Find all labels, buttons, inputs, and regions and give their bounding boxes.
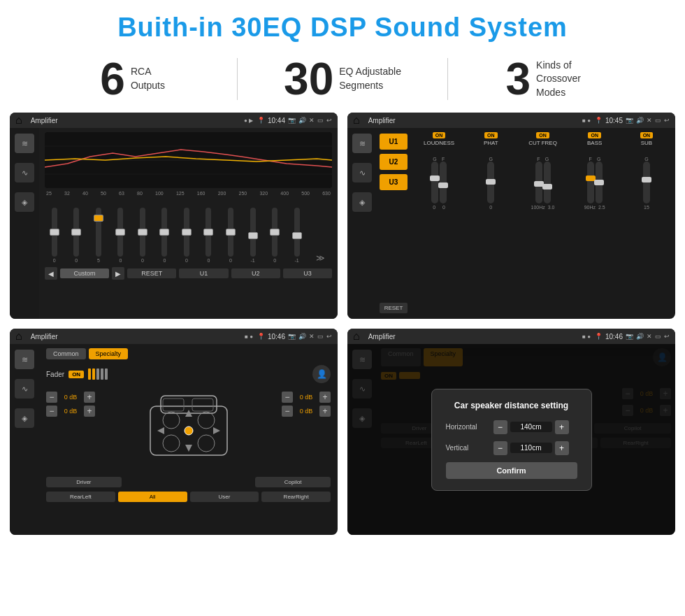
fr-plus-button[interactable]: + bbox=[319, 392, 331, 403]
sidebar-speaker-icon[interactable]: ◈ bbox=[15, 192, 34, 212]
fl-minus-button[interactable]: − bbox=[46, 392, 57, 403]
eq-slider-7: 0 bbox=[184, 208, 189, 263]
rearleft-button[interactable]: RearLeft bbox=[46, 492, 115, 502]
horizontal-minus-button[interactable]: − bbox=[493, 420, 507, 434]
rl-plus-button[interactable]: + bbox=[84, 406, 95, 417]
bass-g-slider[interactable] bbox=[596, 162, 603, 203]
screen4-time: 10:46 bbox=[605, 333, 623, 341]
sidebar-eq-icon-2[interactable]: ≋ bbox=[352, 134, 372, 153]
screen3-sidebar: ≋ ∿ ◈ bbox=[10, 344, 39, 535]
horizontal-plus-button[interactable]: + bbox=[555, 420, 569, 434]
sidebar-speaker-icon-3[interactable]: ◈ bbox=[15, 408, 34, 428]
sidebar-speaker-icon-2[interactable]: ◈ bbox=[352, 192, 372, 212]
eq-track-12[interactable] bbox=[294, 208, 300, 257]
cutfreq-f-slider[interactable] bbox=[535, 162, 542, 203]
close-icon: ✕ bbox=[309, 117, 315, 124]
cutfreq-g-slider[interactable] bbox=[544, 162, 551, 203]
eq-track-10[interactable] bbox=[250, 208, 256, 257]
all-button[interactable]: All bbox=[118, 492, 187, 502]
eq-track-3[interactable] bbox=[96, 208, 101, 257]
fader-on-toggle[interactable]: ON bbox=[68, 371, 84, 378]
rr-plus-button[interactable]: + bbox=[319, 406, 331, 417]
bass-channel: ON BASS F G 90Hz2.5 bbox=[570, 132, 619, 315]
eq-track-11[interactable] bbox=[272, 208, 277, 257]
sidebar-wave-icon-2[interactable]: ∿ bbox=[352, 163, 372, 182]
preset-label: Custom bbox=[60, 268, 109, 278]
confirm-button[interactable]: Confirm bbox=[446, 462, 577, 479]
phat-label: PHAT bbox=[484, 140, 498, 146]
window-icon-2: ▭ bbox=[655, 117, 661, 124]
preset-next-button[interactable]: ▶ bbox=[112, 267, 124, 280]
u2-button[interactable]: U2 bbox=[231, 268, 280, 278]
reset-channel-button[interactable]: RESET bbox=[380, 303, 408, 313]
eq-track-4[interactable] bbox=[117, 208, 123, 257]
eq-track-6[interactable] bbox=[161, 208, 167, 257]
sidebar-eq-icon[interactable]: ≋ bbox=[15, 134, 34, 153]
loudness-g-slider[interactable] bbox=[431, 162, 438, 203]
u3-channel-button[interactable]: U3 bbox=[380, 174, 408, 190]
u2-channel-button[interactable]: U2 bbox=[380, 154, 408, 170]
eq-slider-6: 0 bbox=[161, 208, 167, 263]
preset-prev-button[interactable]: ◀ bbox=[45, 267, 57, 280]
u3-button[interactable]: U3 bbox=[283, 268, 332, 278]
fl-plus-button[interactable]: + bbox=[84, 392, 95, 403]
volume-icon-3: 🔊 bbox=[298, 333, 306, 341]
back-icon-2[interactable]: ↩ bbox=[664, 117, 670, 124]
back-icon[interactable]: ↩ bbox=[326, 117, 332, 124]
rearright-button[interactable]: RearRight bbox=[261, 492, 331, 502]
sidebar-wave-icon[interactable]: ∿ bbox=[15, 163, 34, 182]
eq-track-7[interactable] bbox=[184, 208, 189, 257]
svg-point-9 bbox=[198, 412, 215, 429]
rl-minus-button[interactable]: − bbox=[46, 406, 57, 417]
stat-eq: 30 EQ AdjustableSegments bbox=[238, 57, 447, 101]
u1-channel-button[interactable]: U1 bbox=[380, 134, 408, 150]
tab-common[interactable]: Common bbox=[46, 348, 86, 359]
vertical-minus-button[interactable]: − bbox=[493, 441, 507, 455]
bass-f-slider[interactable] bbox=[587, 162, 594, 203]
eq-slider-3: 5 bbox=[96, 208, 101, 263]
svg-rect-7 bbox=[192, 399, 213, 411]
screen1-body: ≋ ∿ ◈ bbox=[10, 128, 338, 319]
expand-icon[interactable]: ≫ bbox=[316, 253, 325, 263]
screen-specialty: ⌂ Amplifier ■ ● 📍 10:46 📷 🔊 ✕ ▭ ↩ ≋ ∿ ◈ … bbox=[10, 329, 338, 535]
user-button[interactable]: User bbox=[190, 492, 259, 502]
copilot-button[interactable]: Copilot bbox=[255, 477, 331, 487]
left-db-controls: − 0 dB + − 0 dB + bbox=[46, 389, 95, 420]
dialog-title: Car speaker distance setting bbox=[446, 401, 577, 410]
close-icon-2: ✕ bbox=[647, 117, 652, 124]
eq-slider-10: -1 bbox=[250, 208, 256, 263]
phat-g-slider[interactable] bbox=[487, 162, 494, 203]
tab-specialty[interactable]: Specialty bbox=[89, 348, 129, 359]
home-icon-4[interactable]: ⌂ bbox=[353, 330, 360, 343]
sub-sliders: G bbox=[643, 148, 650, 203]
fr-minus-button[interactable]: − bbox=[282, 392, 293, 403]
eq-track-1[interactable] bbox=[52, 208, 57, 257]
driver-button[interactable]: Driver bbox=[46, 477, 122, 487]
u1-button[interactable]: U1 bbox=[179, 268, 228, 278]
eq-slider-5: 0 bbox=[140, 208, 145, 263]
home-icon-2[interactable]: ⌂ bbox=[353, 114, 360, 127]
home-icon[interactable]: ⌂ bbox=[15, 114, 22, 127]
svg-point-12 bbox=[185, 427, 193, 435]
distance-dialog: Car speaker distance setting Horizontal … bbox=[431, 389, 592, 491]
screen4-topbar-icons: 📍 10:46 📷 🔊 ✕ ▭ ↩ bbox=[595, 333, 670, 341]
eq-track-8[interactable] bbox=[206, 208, 211, 257]
rr-minus-button[interactable]: − bbox=[282, 406, 293, 417]
eq-track-9[interactable] bbox=[228, 208, 233, 257]
sub-channel: ON SUB G 15 bbox=[622, 132, 671, 315]
eq-track-5[interactable] bbox=[140, 208, 145, 257]
sidebar-eq-icon-3[interactable]: ≋ bbox=[15, 350, 34, 369]
sub-g-slider[interactable] bbox=[643, 162, 650, 203]
loudness-f-slider[interactable] bbox=[440, 162, 447, 203]
eq-track-2[interactable] bbox=[73, 208, 79, 257]
back-icon-4[interactable]: ↩ bbox=[664, 333, 670, 341]
vertical-plus-button[interactable]: + bbox=[555, 441, 569, 455]
home-icon-3[interactable]: ⌂ bbox=[15, 330, 22, 343]
settings-person-icon[interactable]: 👤 bbox=[312, 365, 331, 383]
sidebar-wave-icon-3[interactable]: ∿ bbox=[15, 379, 34, 399]
back-icon-3[interactable]: ↩ bbox=[326, 333, 332, 341]
fader-label-row: Fader ON 👤 bbox=[46, 365, 331, 383]
car-diagram-svg bbox=[136, 389, 241, 473]
eq-bottom-buttons: ◀ Custom ▶ RESET U1 U2 U3 bbox=[45, 267, 332, 280]
reset-button[interactable]: RESET bbox=[127, 268, 176, 278]
